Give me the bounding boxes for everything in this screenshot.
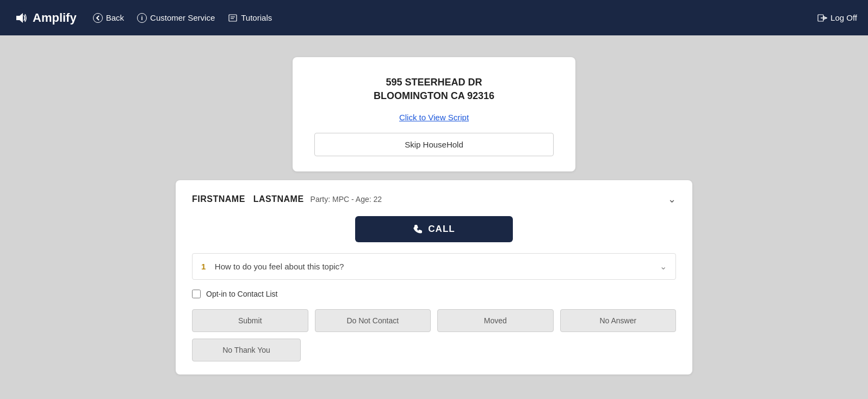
logoff-label: Log Off <box>830 13 857 22</box>
person-fullname: FIRSTNAME LASTNAME <box>192 194 304 204</box>
optin-label: Opt-in to Contact List <box>206 290 278 298</box>
question-number: 1 <box>201 262 206 271</box>
brand-logo: Amplify <box>11 8 77 28</box>
person-header: FIRSTNAME LASTNAME Party: MPC - Age: 22 … <box>192 193 676 205</box>
person-card: FIRSTNAME LASTNAME Party: MPC - Age: 22 … <box>176 180 692 375</box>
moved-button[interactable]: Moved <box>437 309 554 332</box>
submit-button[interactable]: Submit <box>192 309 308 332</box>
logoff-icon <box>817 13 827 23</box>
action-buttons-row1: Submit Do Not Contact Moved No Answer <box>192 309 676 332</box>
call-button[interactable]: CALL <box>355 216 513 242</box>
back-icon <box>93 13 103 23</box>
skip-household-button[interactable]: Skip HouseHold <box>314 133 554 156</box>
view-script-link[interactable]: Click to View Script <box>314 113 554 122</box>
customer-service-icon: i <box>137 13 147 23</box>
svg-point-2 <box>93 13 102 22</box>
no-answer-button[interactable]: No Answer <box>560 309 677 332</box>
brand-name: Amplify <box>33 11 77 25</box>
person-firstname: FIRSTNAME <box>192 194 245 204</box>
address-line1: 595 STEERHEAD DR <box>314 77 554 88</box>
person-party-info: Party: MPC - Age: 22 <box>311 195 382 204</box>
navbar-links: Back i Customer Service Tutorials <box>93 13 817 23</box>
navbar-right: Log Off <box>817 13 857 23</box>
address-card: 595 STEERHEAD DR BLOOMINGTON CA 92316 Cl… <box>293 57 575 171</box>
customer-service-link[interactable]: i Customer Service <box>137 13 215 23</box>
collapse-icon[interactable]: ⌄ <box>668 193 676 205</box>
amplify-logo-icon <box>11 8 30 28</box>
optin-row: Opt-in to Contact List <box>192 290 676 298</box>
chevron-down-icon: ⌄ <box>660 261 667 272</box>
tutorials-icon <box>228 13 238 23</box>
question-row[interactable]: 1 How to do you feel about this topic? ⌄ <box>192 253 676 280</box>
back-label: Back <box>106 13 124 22</box>
logoff-button[interactable]: Log Off <box>817 13 857 23</box>
question-text: How to do you feel about this topic? <box>215 262 344 271</box>
call-button-wrapper: CALL <box>192 216 676 242</box>
no-thank-you-button[interactable]: No Thank You <box>192 339 301 361</box>
svg-rect-5 <box>229 15 237 21</box>
back-link[interactable]: Back <box>93 13 124 23</box>
do-not-contact-button[interactable]: Do Not Contact <box>315 309 431 332</box>
navbar: Amplify Back i Customer Service Tutorial… <box>0 0 868 35</box>
question-content: 1 How to do you feel about this topic? <box>201 262 344 272</box>
svg-text:i: i <box>141 15 143 21</box>
address-line2: BLOOMINGTON CA 92316 <box>314 90 554 102</box>
action-buttons-row2: No Thank You <box>192 339 676 361</box>
main-content: 595 STEERHEAD DR BLOOMINGTON CA 92316 Cl… <box>0 35 868 396</box>
tutorials-label: Tutorials <box>241 13 272 22</box>
person-lastname: LASTNAME <box>253 194 304 204</box>
customer-service-label: Customer Service <box>150 13 215 22</box>
optin-checkbox[interactable] <box>192 290 201 298</box>
call-label: CALL <box>428 224 455 235</box>
tutorials-link[interactable]: Tutorials <box>228 13 272 23</box>
person-name-group: FIRSTNAME LASTNAME Party: MPC - Age: 22 <box>192 194 382 204</box>
phone-icon <box>413 224 423 234</box>
